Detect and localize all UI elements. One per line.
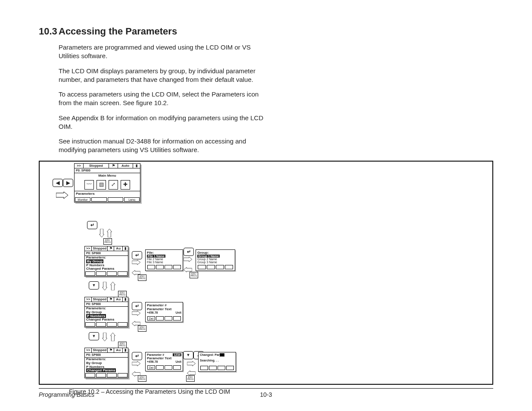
enter-key[interactable]: ↵ [132, 251, 142, 259]
lcd-file-list: File: File 1 Name File 2 Name File 3 Nam… [145, 249, 183, 271]
left-arrow-icon [184, 265, 192, 272]
lcd-parameter-view: Parameter # Parameter Text +456.78Unit D… [145, 302, 183, 322]
esc-prog-key[interactable]: ESC/ PROG [138, 274, 146, 281]
right-arrow-icon [132, 361, 140, 367]
right-arrow-icon [187, 361, 196, 367]
nav-arrow-icon [56, 192, 68, 201]
down-arrow-icon [100, 282, 107, 290]
lcd-changed-searching: Changed: Par___ Searching. . . [198, 352, 236, 372]
down-key[interactable]: ▼ [89, 332, 99, 340]
esc-prog-key[interactable]: ESC/ PROG [138, 375, 146, 382]
lcd-params-pnumbers: >>Stopped⚑Au▮ P0: SP600 Parameters: By G… [84, 297, 128, 328]
up-arrow-icon [110, 282, 117, 290]
left-arrow-icon [187, 369, 196, 375]
figure-10-2: ◀ ▶ >> Stopped ⚑ Auto ▮ P0: SP600 Main M… [39, 161, 493, 385]
right-arrow-icon [132, 260, 140, 266]
lcd-parameter-entry: Parameter #1234 Parameter Text +456.78Un… [145, 352, 183, 371]
enter-key[interactable]: ↵ [132, 302, 142, 310]
page-footer: Programming Basics 10-3 [39, 388, 493, 398]
enter-key[interactable]: ↵ [132, 352, 142, 360]
up-arrow-icon [107, 229, 113, 237]
left-key[interactable]: ◀ [53, 179, 63, 187]
esc-prog-key[interactable]: ESC/ PROG [118, 342, 127, 348]
add-icon: ✚ [121, 180, 130, 190]
esc-prog-key[interactable]: ESC/ PROG [190, 272, 198, 278]
lcd-params-changed: >>Stopped⚑Au▮ P0: SP600 Parameters: By G… [84, 348, 128, 379]
monitor-icon: 〰 [84, 180, 94, 190]
enter-key[interactable]: ↵ [184, 248, 194, 256]
section-heading: 10.3Accessing the Parameters [39, 26, 493, 37]
esc-prog-key[interactable]: ESC/ PROG [186, 375, 195, 382]
lcd-group-list: Group: Group 1 Name Group 2 Name Group 3… [196, 249, 235, 271]
right-arrow-icon [132, 311, 140, 317]
esc-prog-key[interactable]: ESC/ PROG [103, 238, 112, 245]
lcd-params-bygroup: >>Stopped⚑Au▮ P0: SP600 Parameters: By G… [84, 246, 128, 277]
body-text: Parameters are programmed and viewed usi… [59, 43, 265, 155]
enter-key[interactable]: ↵ [87, 221, 97, 229]
down-arrow-icon [97, 229, 104, 237]
esc-prog-key[interactable]: ESC/ PROG [118, 291, 127, 297]
right-key[interactable]: ▶ [63, 179, 73, 187]
right-arrow-icon [184, 257, 192, 263]
esc-prog-key[interactable]: ESC/ PROG [138, 325, 146, 332]
alarm-icon: ⚑ [109, 164, 118, 168]
down-key[interactable]: ▼ [89, 281, 99, 290]
lcd-main-screen: >> Stopped ⚑ Auto ▮ P0: SP600 Main Menu … [74, 163, 140, 202]
parameters-icon: ▤ [96, 180, 106, 190]
signal-icon: ▮ [133, 164, 140, 168]
up-arrow-icon [110, 333, 117, 341]
down-key[interactable]: ▼ [183, 351, 193, 359]
down-arrow-icon [100, 333, 107, 341]
diagnostics-icon: ⤢ [109, 180, 118, 190]
